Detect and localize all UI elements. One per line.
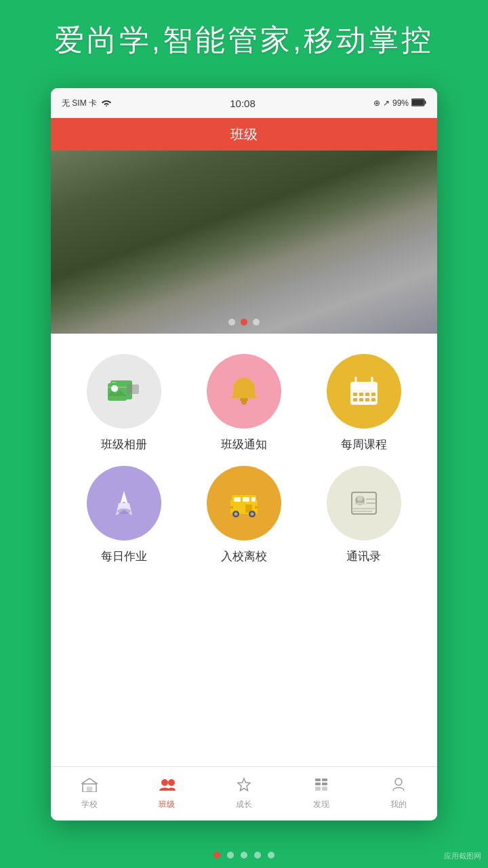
- menu-item-album[interactable]: 班级相册: [64, 354, 184, 452]
- wifi-icon: [101, 98, 112, 108]
- growth-tab-label: 成长: [236, 799, 252, 810]
- page-dot-1[interactable]: [214, 852, 220, 859]
- album-icon: [105, 372, 143, 410]
- svg-rect-31: [251, 497, 256, 502]
- svg-rect-3: [412, 100, 424, 105]
- time: 10:08: [230, 98, 256, 109]
- svg-rect-18: [353, 393, 357, 396]
- sim-status: 无 SIM 卡: [62, 98, 97, 109]
- status-left: 无 SIM 卡: [62, 98, 112, 109]
- svg-rect-56: [315, 787, 321, 791]
- notice-icon-circle: [207, 354, 281, 429]
- svg-rect-15: [350, 386, 378, 390]
- svg-rect-54: [322, 778, 327, 781]
- svg-point-34: [234, 513, 237, 516]
- homework-icon: [105, 484, 143, 522]
- svg-point-26: [117, 509, 131, 514]
- menu-grid: 班级相册 班级通知: [51, 334, 437, 578]
- battery-level: 99%: [392, 98, 409, 108]
- album-icon-circle: [87, 354, 161, 429]
- banner-dot-1[interactable]: [228, 319, 235, 326]
- svg-rect-55: [322, 783, 327, 785]
- battery-icon: [411, 98, 426, 108]
- contact-label: 通讯录: [346, 549, 381, 564]
- homework-label: 每日作业: [101, 549, 147, 564]
- class-tab-icon: [158, 777, 176, 796]
- svg-rect-53: [315, 783, 321, 785]
- menu-item-notice[interactable]: 班级通知: [184, 354, 304, 452]
- banner-dot-3[interactable]: [253, 319, 260, 326]
- lock-icon: ⊕: [373, 98, 380, 108]
- schedule-icon-circle: [327, 354, 401, 429]
- tagline: 爱尚学,智能管家,移动掌控: [0, 20, 488, 60]
- mine-tab-label: 我的: [390, 799, 407, 810]
- svg-rect-24: [365, 398, 369, 401]
- tab-class[interactable]: 班级: [128, 777, 205, 810]
- svg-rect-23: [359, 398, 363, 401]
- svg-point-50: [161, 779, 168, 786]
- tab-school[interactable]: 学校: [51, 777, 128, 810]
- school-tab-icon: [81, 777, 98, 796]
- svg-rect-29: [234, 497, 241, 502]
- svg-rect-19: [359, 393, 363, 396]
- svg-rect-37: [230, 506, 233, 509]
- bus-label: 入校离校: [221, 549, 267, 564]
- notice-label: 班级通知: [221, 437, 267, 452]
- menu-item-contact[interactable]: 通讯录: [304, 466, 424, 564]
- svg-rect-25: [371, 398, 375, 401]
- tab-growth[interactable]: 成长: [205, 777, 283, 810]
- contact-icon-circle: [327, 466, 401, 540]
- svg-rect-30: [243, 497, 249, 502]
- svg-point-0: [106, 105, 107, 106]
- svg-point-58: [395, 778, 402, 785]
- homework-icon-circle: [87, 466, 161, 540]
- svg-point-36: [250, 513, 253, 516]
- svg-rect-38: [255, 506, 258, 509]
- page-dot-2[interactable]: [227, 852, 234, 859]
- banner-dots: [228, 319, 260, 326]
- banner-dot-2[interactable]: [241, 319, 247, 326]
- svg-point-12: [241, 399, 247, 405]
- svg-rect-7: [108, 383, 127, 401]
- svg-point-41: [357, 496, 363, 501]
- page-dot-4[interactable]: [254, 852, 261, 859]
- location-icon: ↗: [383, 98, 390, 108]
- phone-frame: 无 SIM 卡 10:08 ⊕ ↗ 99%: [51, 88, 437, 821]
- svg-rect-57: [322, 787, 327, 791]
- album-label: 班级相册: [101, 437, 147, 452]
- bus-icon: [225, 484, 263, 522]
- svg-rect-2: [425, 100, 426, 104]
- svg-point-51: [168, 779, 175, 786]
- growth-tab-icon: [237, 777, 251, 796]
- svg-rect-20: [365, 393, 369, 396]
- nav-bar: 班级: [51, 118, 437, 151]
- status-right: ⊕ ↗ 99%: [373, 98, 426, 108]
- school-tab-label: 学校: [81, 799, 98, 810]
- tab-discover[interactable]: 发现: [283, 777, 360, 810]
- discover-tab-label: 发现: [313, 799, 329, 810]
- page-dots: [214, 852, 274, 859]
- svg-rect-22: [353, 398, 357, 401]
- svg-rect-47: [87, 787, 92, 792]
- watermark: 应用截图网: [444, 851, 481, 861]
- banner-image: [51, 151, 437, 334]
- nav-title: 班级: [230, 125, 258, 144]
- page-dot-5[interactable]: [268, 852, 274, 859]
- menu-item-homework[interactable]: 每日作业: [64, 466, 184, 564]
- menu-item-schedule[interactable]: 每周课程: [304, 354, 424, 452]
- svg-rect-21: [371, 393, 375, 396]
- bus-icon-circle: [207, 466, 281, 540]
- banner-slider[interactable]: [51, 151, 437, 334]
- page-dot-3[interactable]: [241, 852, 247, 859]
- menu-item-bus[interactable]: 入校离校: [184, 466, 304, 564]
- schedule-icon: [345, 372, 383, 410]
- tab-bar: 学校 班级 成长: [51, 766, 437, 821]
- discover-tab-icon: [314, 777, 329, 796]
- schedule-label: 每周课程: [341, 437, 387, 452]
- class-tab-label: 班级: [159, 799, 175, 810]
- svg-rect-9: [127, 384, 139, 394]
- tab-mine[interactable]: 我的: [360, 777, 437, 810]
- status-bar: 无 SIM 卡 10:08 ⊕ ↗ 99%: [51, 88, 437, 118]
- svg-rect-52: [315, 778, 321, 781]
- mine-tab-icon: [391, 777, 406, 796]
